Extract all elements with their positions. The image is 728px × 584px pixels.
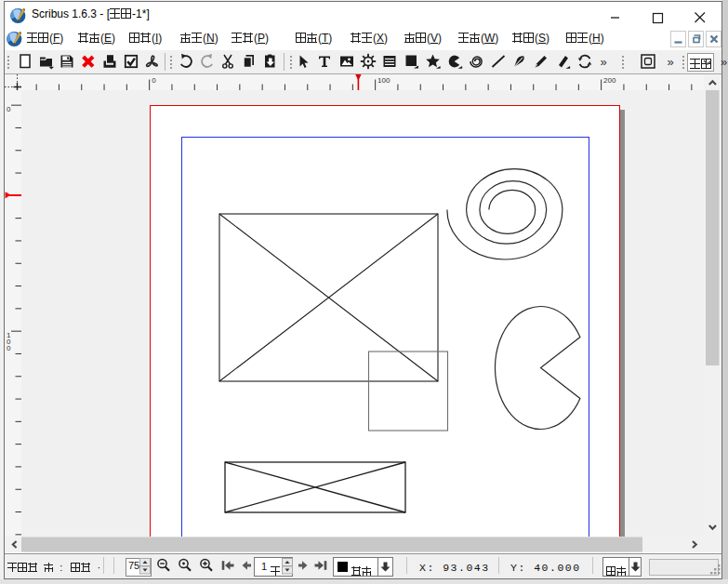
svg-text:200: 200 xyxy=(603,76,616,85)
svg-text:0: 0 xyxy=(152,76,156,85)
svg-text:0: 0 xyxy=(7,105,11,113)
svg-text:100: 100 xyxy=(377,76,390,85)
svg-text:0: 0 xyxy=(7,344,11,352)
